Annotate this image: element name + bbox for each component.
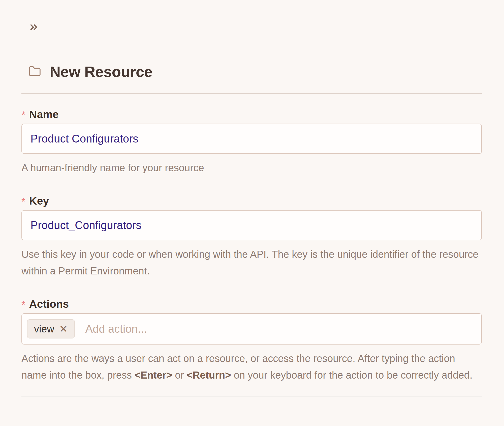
action-tag-view: view ✕ (27, 319, 75, 338)
required-asterisk: * (21, 108, 25, 122)
required-asterisk: * (21, 195, 25, 208)
name-helper-text: A human-friendly name for your resource (21, 159, 482, 176)
collapse-panel-button[interactable] (28, 21, 40, 34)
name-label-text: Name (29, 108, 59, 121)
actions-helper-after: on your keyboard for the action to be co… (231, 370, 472, 381)
new-resource-panel: New Resource * Name A human-friendly nam… (0, 21, 504, 397)
header-divider (21, 93, 482, 94)
name-field-label: * Name (21, 108, 482, 121)
actions-label-text: Actions (29, 297, 69, 310)
actions-field-label: * Actions (21, 297, 482, 311)
key-label-text: Key (29, 194, 49, 207)
remove-tag-icon[interactable]: ✕ (59, 324, 68, 334)
folder-icon (28, 65, 41, 79)
actions-helper-between: or (172, 370, 187, 381)
actions-helper-text: Actions are the ways a user can act on a… (21, 350, 482, 383)
footer-divider (21, 396, 482, 397)
actions-field-group: * Actions view ✕ Add action... Actions a… (21, 297, 482, 383)
page-title: New Resource (50, 63, 152, 81)
double-chevron-right-icon (28, 30, 39, 34)
name-field-group: * Name A human-friendly name for your re… (21, 108, 482, 176)
enter-key-text: <Enter> (135, 370, 172, 381)
key-field-label: * Key (21, 194, 482, 208)
action-tag-label: view (34, 323, 54, 335)
page-header: New Resource (28, 63, 482, 81)
key-input[interactable] (21, 210, 482, 240)
return-key-text: <Return> (187, 370, 231, 381)
name-input[interactable] (21, 124, 482, 154)
key-helper-text: Use this key in your code or when workin… (21, 246, 482, 279)
key-field-group: * Key Use this key in your code or when … (21, 194, 482, 279)
actions-tag-input[interactable]: view ✕ Add action... (21, 313, 482, 345)
required-asterisk: * (21, 298, 25, 311)
actions-input-placeholder: Add action... (85, 323, 147, 335)
